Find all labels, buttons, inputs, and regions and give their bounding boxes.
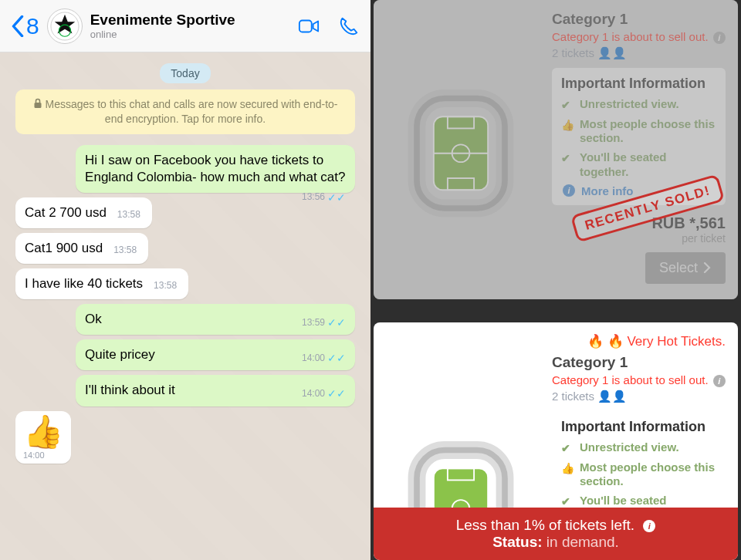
message-meta: 13:59✓✓ [302, 315, 346, 329]
check-icon: ✔ [561, 152, 574, 166]
encryption-notice[interactable]: Messages to this chat and calls are now … [15, 89, 355, 134]
chat-header: 8 Evenimente Sportive online [0, 0, 370, 52]
message-meta: 13:58 [113, 245, 139, 257]
message-meta: 13:58 [154, 280, 179, 292]
message-text: Hi I saw on Facebook you have tickets to… [85, 153, 345, 184]
ticket-info-top: Category 1 Category 1 is about to sell o… [547, 0, 738, 299]
info-item: ✔Unrestricted view. [561, 440, 716, 456]
message-bubble[interactable]: I'll think about it14:00✓✓ [76, 375, 355, 406]
chevron-left-icon [11, 15, 25, 37]
message-bubble[interactable]: Hi I saw on Facebook you have tickets to… [76, 145, 355, 193]
stadium-map[interactable] [374, 0, 547, 299]
back-count: 8 [26, 13, 39, 39]
message-bubble[interactable]: Quite pricey14:00✓✓ [76, 339, 355, 370]
chat-status: online [90, 29, 298, 40]
message-bubble[interactable]: Cat 2 700 usd13:58 [15, 197, 152, 228]
header-actions [298, 15, 360, 37]
check-icon: ✔ [561, 99, 574, 113]
lock-icon [33, 98, 42, 109]
info-icon[interactable]: i [713, 375, 726, 387]
message-bubble[interactable]: Cat1 900 usd13:58 [15, 233, 148, 264]
voice-call-icon[interactable] [338, 15, 360, 37]
message-text: Ok [85, 312, 102, 326]
message-time: 13:58 [117, 209, 140, 221]
svg-rect-3 [299, 20, 312, 32]
message-time: 13:58 [154, 280, 177, 292]
ticket-card-bottom[interactable]: 🔥 🔥 Very Hot Tickets. Category 1 Categor… [374, 322, 738, 560]
important-title: Important Information [561, 76, 716, 92]
info-item: ✔Unrestricted view. [561, 97, 716, 113]
ticket-card-top[interactable]: Category 1 Category 1 is about to sell o… [374, 0, 738, 299]
message-time: 14:00 [302, 388, 325, 400]
message-bubble[interactable]: Ok13:59✓✓ [76, 304, 355, 335]
ticket-panel: Category 1 Category 1 is about to sell o… [370, 0, 741, 560]
stadium-icon [387, 62, 534, 238]
avatar-logo-icon [50, 12, 80, 41]
demand-banner: Less than 1% of tickets left. i Status: … [374, 508, 738, 560]
message-text: Cat 2 700 usd [25, 205, 107, 220]
select-button[interactable]: Select [645, 252, 726, 284]
thumbs-up-icon: 👍 [561, 119, 574, 133]
messages-area[interactable]: Today Messages to this chat and calls ar… [0, 52, 370, 560]
hot-tickets-label: 🔥 🔥 Very Hot Tickets. [552, 333, 726, 349]
read-receipt-icon: ✓✓ [327, 351, 346, 365]
read-receipt-icon: ✓✓ [327, 191, 346, 204]
status-value: in demand. [546, 534, 619, 550]
message-time: 13:58 [113, 245, 137, 257]
video-call-icon[interactable] [298, 15, 320, 37]
message-meta: 14:00✓✓ [302, 351, 346, 365]
message-meta: 14:00✓✓ [302, 386, 346, 400]
info-icon[interactable]: i [713, 32, 726, 44]
message-meta: 13:58 [117, 209, 143, 221]
message-meta: 13:56✓✓ [302, 191, 346, 204]
info-icon[interactable]: i [643, 520, 655, 532]
read-receipt-icon: ✓✓ [327, 386, 346, 400]
back-button[interactable]: 8 [11, 13, 39, 39]
important-title: Important Information [561, 419, 716, 435]
message-text: Quite pricey [85, 347, 155, 362]
category-label: Category 1 [552, 11, 726, 28]
status-label: Status: [492, 534, 542, 550]
contact-avatar[interactable] [47, 8, 83, 44]
banner-line1: Less than 1% of tickets left. [456, 517, 634, 533]
chat-panel: 8 Evenimente Sportive online Today Messa… [0, 0, 370, 560]
message-text: I have like 40 tickets [25, 276, 143, 291]
chat-title: Evenimente Sportive [90, 12, 298, 29]
svg-rect-4 [34, 103, 41, 108]
important-box: Important Information ✔Unrestricted view… [552, 411, 726, 521]
read-receipt-icon: ✓✓ [327, 315, 346, 329]
info-item: ✔You'll be seated together. [561, 150, 716, 180]
message-time: 14:00 [23, 450, 63, 460]
ticket-count: 2 tickets 👤👤 [552, 46, 726, 60]
sellout-warning: Category 1 is about to sell out. i [552, 373, 726, 388]
message-bubble[interactable]: I have like 40 tickets13:58 [15, 268, 188, 299]
check-icon: ✔ [561, 442, 574, 456]
date-divider: Today [160, 63, 210, 83]
ticket-count: 2 tickets 👤👤 [552, 390, 726, 403]
info-icon: i [563, 184, 575, 197]
category-label: Category 1 [552, 354, 726, 371]
thumb-message[interactable]: 👍 14:00 [15, 411, 71, 464]
message-text: Cat1 900 usd [25, 241, 103, 255]
message-text: I'll think about it [85, 383, 175, 397]
message-time: 13:59 [302, 317, 325, 329]
sellout-warning: Category 1 is about to sell out. i [552, 29, 726, 45]
chevron-right-icon [702, 262, 712, 273]
info-item: 👍Most people choose this section. [561, 117, 716, 147]
info-item: 👍Most people choose this section. [561, 460, 716, 490]
thumbs-up-icon: 👍 [561, 462, 574, 476]
message-time: 14:00 [302, 353, 325, 365]
info-item: ✔You'll be seated [561, 494, 716, 509]
message-time: 13:56 [302, 191, 325, 204]
thumbs-up-emoji: 👍 [23, 413, 63, 450]
chat-title-block[interactable]: Evenimente Sportive online [90, 12, 298, 40]
